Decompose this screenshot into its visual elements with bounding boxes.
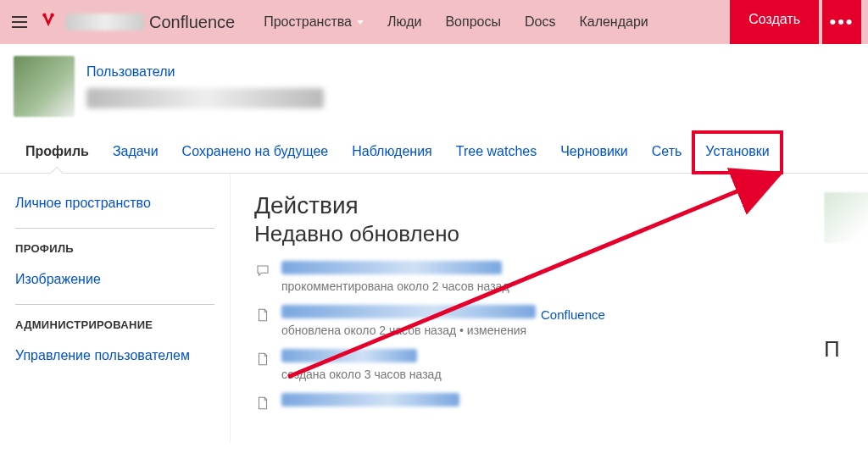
nav-profile-heading: ПРОФИЛЬ xyxy=(15,242,214,255)
avatar xyxy=(14,56,75,117)
app-title-redacted xyxy=(66,14,144,30)
hamburger-icon[interactable] xyxy=(7,9,32,35)
right-heading-partial: П xyxy=(824,336,868,362)
feed-item: Confluence обновлена около 2 часов назад… xyxy=(254,305,800,337)
feed-title-redacted[interactable] xyxy=(281,305,536,318)
feed-title-redacted[interactable] xyxy=(281,393,459,406)
avatar xyxy=(824,192,868,243)
more-menu-button[interactable]: ••• xyxy=(822,0,861,44)
recently-updated-heading: Недавно обновлено xyxy=(254,221,800,247)
feed-item xyxy=(254,393,800,412)
nav-personal-space[interactable]: Личное пространство xyxy=(15,191,214,223)
feed-title-redacted[interactable] xyxy=(281,349,417,362)
breadcrumb-users-link[interactable]: Пользователи xyxy=(86,64,324,80)
feed-item: прокомментирована около 2 часов назад xyxy=(254,261,800,293)
nav-docs[interactable]: Docs xyxy=(515,9,565,35)
comment-icon xyxy=(254,263,271,279)
page-icon xyxy=(254,307,271,324)
feed-meta: прокомментирована около 2 часов назад xyxy=(281,279,800,293)
divider xyxy=(15,304,214,305)
app-title-suffix: Confluence xyxy=(149,13,235,32)
chevron-down-icon xyxy=(357,20,364,25)
actions-heading: Действия xyxy=(254,192,800,219)
feed-meta: создана около 3 часов назад xyxy=(281,368,800,381)
divider xyxy=(15,228,214,229)
page-icon xyxy=(254,395,271,412)
svg-point-0 xyxy=(42,14,46,17)
right-column: П xyxy=(824,174,868,442)
changes-link[interactable]: изменения xyxy=(459,324,526,337)
feed-title-redacted[interactable] xyxy=(281,261,502,274)
tab-tree-watches[interactable]: Tree watches xyxy=(444,132,548,173)
left-nav: Личное пространство ПРОФИЛЬ Изображение … xyxy=(0,174,231,442)
nav-user-management[interactable]: Управление пользователем xyxy=(15,343,214,375)
feed-meta: обновлена около 2 часов назад изменения xyxy=(281,324,800,337)
create-button[interactable]: Создать xyxy=(730,0,819,44)
main-panel: Действия Недавно обновлено прокомментиро… xyxy=(231,174,824,442)
top-bar: Confluence Пространства Люди Вопросы Doc… xyxy=(0,0,868,44)
content-area: Личное пространство ПРОФИЛЬ Изображение … xyxy=(0,174,868,442)
nav-spaces[interactable]: Пространства xyxy=(253,9,374,35)
tab-watches[interactable]: Наблюдения xyxy=(340,132,444,173)
nav-people[interactable]: Люди xyxy=(377,9,431,35)
page-icon xyxy=(254,351,271,368)
tab-network[interactable]: Сеть xyxy=(640,132,694,173)
tab-settings[interactable]: Установки xyxy=(693,132,781,173)
nav-picture[interactable]: Изображение xyxy=(15,267,214,299)
nav-spaces-label: Пространства xyxy=(264,14,352,30)
feed-title-suffix[interactable]: Confluence xyxy=(541,307,605,322)
svg-point-1 xyxy=(50,14,53,17)
tab-drafts[interactable]: Черновики xyxy=(548,132,640,173)
tab-tasks[interactable]: Задачи xyxy=(101,132,170,173)
app-logo-icon[interactable] xyxy=(39,13,58,31)
profile-tabs: Профиль Задачи Сохранено на будущее Набл… xyxy=(0,132,868,174)
nav-questions[interactable]: Вопросы xyxy=(435,9,511,35)
tab-saved[interactable]: Сохранено на будущее xyxy=(170,132,341,173)
nav-calendars[interactable]: Календари xyxy=(569,9,658,35)
feed-item: создана около 3 часов назад xyxy=(254,349,800,381)
tab-profile[interactable]: Профиль xyxy=(14,132,101,173)
profile-name-redacted xyxy=(86,88,324,108)
nav-admin-heading: АДМИНИСТРИРОВАНИЕ xyxy=(15,318,214,331)
profile-header: Пользователи xyxy=(0,44,868,132)
